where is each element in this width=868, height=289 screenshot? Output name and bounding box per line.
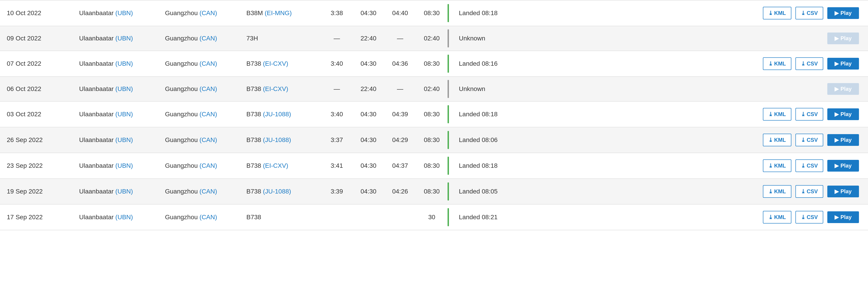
flight-date: 09 Oct 2022 bbox=[0, 26, 72, 51]
origin-code-link[interactable]: (UBN) bbox=[115, 188, 133, 195]
origin-code-link[interactable]: (UBN) bbox=[115, 35, 133, 42]
arrival-time: 30 bbox=[416, 204, 447, 230]
flight-date: 06 Oct 2022 bbox=[0, 77, 72, 101]
kml-button[interactable]: ⤓KML bbox=[763, 57, 792, 70]
play-button-disabled[interactable]: ▶Play bbox=[827, 83, 859, 95]
departure-time: 04:30 bbox=[352, 153, 384, 179]
status-divider bbox=[447, 0, 452, 26]
download-csv-icon: ⤓ bbox=[801, 111, 805, 117]
flight-date: 23 Sep 2022 bbox=[0, 153, 72, 179]
csv-button[interactable]: ⤓CSV bbox=[796, 185, 823, 198]
departure-time: 04:30 bbox=[352, 51, 384, 77]
dest-code-link[interactable]: (CAN) bbox=[199, 136, 217, 143]
origin-code-link[interactable]: (UBN) bbox=[115, 214, 133, 221]
aircraft-reg-link[interactable]: (JU-1088) bbox=[263, 188, 291, 195]
status-bar bbox=[447, 55, 449, 73]
origin-city: Ulaanbaatar (UBN) bbox=[72, 101, 158, 127]
play-button[interactable]: ▶Play bbox=[827, 58, 859, 70]
aircraft-reg-link[interactable]: (EI-MNG) bbox=[265, 9, 292, 16]
origin-code-link[interactable]: (UBN) bbox=[115, 9, 133, 16]
table-row: 07 Oct 2022 Ulaanbaatar (UBN) Guangzhou … bbox=[0, 51, 868, 77]
aircraft-type: B738 bbox=[240, 204, 321, 230]
dest-code-link[interactable]: (CAN) bbox=[199, 35, 217, 42]
actions-container: ⤓KML ⤓CSV ▶Play bbox=[594, 7, 859, 20]
kml-button[interactable]: ⤓KML bbox=[763, 211, 792, 223]
dest-code-link[interactable]: (CAN) bbox=[199, 9, 217, 16]
origin-code-link[interactable]: (UBN) bbox=[115, 60, 133, 67]
dest-city: Guangzhou (CAN) bbox=[158, 51, 240, 77]
download-kml-icon: ⤓ bbox=[768, 188, 773, 194]
play-button[interactable]: ▶Play bbox=[827, 186, 859, 197]
flight-status: Landed 08:18 bbox=[452, 153, 588, 179]
actions-container: ⤓KML ⤓CSV ▶Play bbox=[594, 159, 859, 172]
aircraft-reg-link[interactable]: (JU-1088) bbox=[263, 111, 291, 118]
kml-button[interactable]: ⤓KML bbox=[763, 159, 792, 172]
origin-city: Ulaanbaatar (UBN) bbox=[72, 127, 158, 153]
play-button[interactable]: ▶Play bbox=[827, 160, 859, 172]
origin-code-link[interactable]: (UBN) bbox=[115, 162, 133, 169]
aircraft-reg-link[interactable]: (EI-CXV) bbox=[263, 85, 288, 92]
play-icon: ▶ bbox=[835, 61, 839, 67]
dest-code-link[interactable]: (CAN) bbox=[199, 111, 217, 118]
table-row: 17 Sep 2022 Ulaanbaatar (UBN) Guangzhou … bbox=[0, 204, 868, 230]
status-divider bbox=[447, 204, 452, 230]
dest-city: Guangzhou (CAN) bbox=[158, 179, 240, 204]
departure-time: 04:30 bbox=[352, 127, 384, 153]
flight-duration bbox=[321, 204, 352, 230]
departure-time bbox=[352, 204, 384, 230]
actual-time: 04:29 bbox=[384, 127, 416, 153]
csv-button[interactable]: ⤓CSV bbox=[796, 211, 823, 223]
dest-code-link[interactable]: (CAN) bbox=[199, 188, 217, 195]
actions-container: ▶Play bbox=[594, 33, 859, 44]
dest-code-link[interactable]: (CAN) bbox=[199, 162, 217, 169]
play-button[interactable]: ▶Play bbox=[827, 134, 859, 146]
action-buttons: ⤓KML ⤓CSV ▶Play bbox=[588, 51, 868, 77]
dest-code-link[interactable]: (CAN) bbox=[199, 214, 217, 221]
origin-city: Ulaanbaatar (UBN) bbox=[72, 0, 158, 26]
status-bar bbox=[447, 105, 449, 123]
play-icon: ▶ bbox=[835, 214, 839, 220]
csv-button[interactable]: ⤓CSV bbox=[796, 57, 823, 70]
origin-city: Ulaanbaatar (UBN) bbox=[72, 179, 158, 204]
play-button[interactable]: ▶Play bbox=[827, 108, 859, 120]
departure-time: 22:40 bbox=[352, 77, 384, 101]
table-row: 03 Oct 2022 Ulaanbaatar (UBN) Guangzhou … bbox=[0, 101, 868, 127]
csv-button[interactable]: ⤓CSV bbox=[796, 134, 823, 146]
play-button[interactable]: ▶Play bbox=[827, 7, 859, 19]
dest-city: Guangzhou (CAN) bbox=[158, 204, 240, 230]
csv-button[interactable]: ⤓CSV bbox=[796, 108, 823, 120]
actual-time: 04:39 bbox=[384, 101, 416, 127]
table-row: 09 Oct 2022 Ulaanbaatar (UBN) Guangzhou … bbox=[0, 26, 868, 51]
dest-city: Guangzhou (CAN) bbox=[158, 26, 240, 51]
origin-code-link[interactable]: (UBN) bbox=[115, 85, 133, 92]
csv-button[interactable]: ⤓CSV bbox=[796, 159, 823, 172]
departure-time: 04:30 bbox=[352, 101, 384, 127]
status-bar bbox=[447, 157, 449, 175]
flight-duration: 3:41 bbox=[321, 153, 352, 179]
aircraft-reg-link[interactable]: (EI-CXV) bbox=[263, 162, 288, 169]
flight-table: 10 Oct 2022 Ulaanbaatar (UBN) Guangzhou … bbox=[0, 0, 868, 230]
flight-status: Unknown bbox=[452, 77, 588, 101]
arrival-time: 08:30 bbox=[416, 179, 447, 204]
origin-code-link[interactable]: (UBN) bbox=[115, 111, 133, 118]
csv-button[interactable]: ⤓CSV bbox=[796, 7, 823, 20]
aircraft-reg-link[interactable]: (EI-CXV) bbox=[263, 60, 288, 67]
kml-button[interactable]: ⤓KML bbox=[763, 108, 792, 120]
play-button[interactable]: ▶Play bbox=[827, 211, 859, 223]
flight-duration: 3:39 bbox=[321, 179, 352, 204]
aircraft-reg-link[interactable]: (JU-1088) bbox=[263, 136, 291, 143]
download-csv-icon: ⤓ bbox=[801, 188, 805, 194]
flight-status: Landed 08:16 bbox=[452, 51, 588, 77]
dest-code-link[interactable]: (CAN) bbox=[199, 60, 217, 67]
kml-button[interactable]: ⤓KML bbox=[763, 185, 792, 198]
action-buttons: ⤓KML ⤓CSV ▶Play bbox=[588, 101, 868, 127]
departure-time: 04:30 bbox=[352, 0, 384, 26]
play-button-disabled[interactable]: ▶Play bbox=[827, 33, 859, 44]
kml-button[interactable]: ⤓KML bbox=[763, 7, 792, 20]
status-divider bbox=[447, 51, 452, 77]
dest-code-link[interactable]: (CAN) bbox=[199, 85, 217, 92]
origin-code-link[interactable]: (UBN) bbox=[115, 136, 133, 143]
table-row: 19 Sep 2022 Ulaanbaatar (UBN) Guangzhou … bbox=[0, 179, 868, 204]
kml-button[interactable]: ⤓KML bbox=[763, 134, 792, 146]
arrival-time: 08:30 bbox=[416, 153, 447, 179]
